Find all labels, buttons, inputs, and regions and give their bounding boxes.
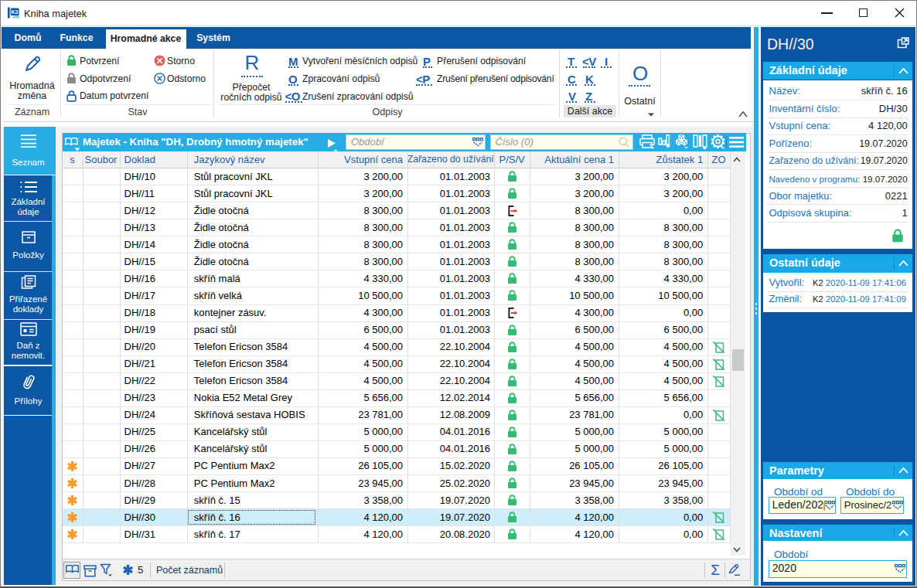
svg-text:K2: K2 bbox=[11, 8, 19, 15]
